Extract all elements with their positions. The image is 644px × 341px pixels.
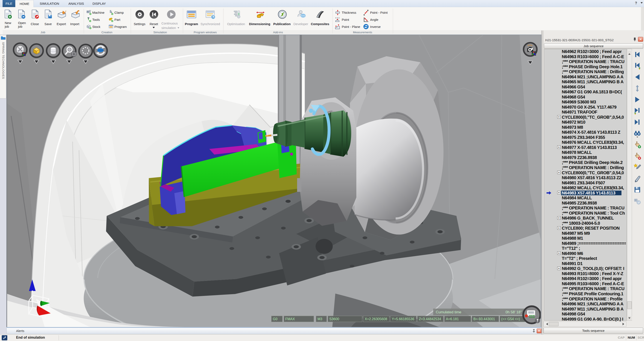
svg-text:0h 58' 18": 0h 58' 18" bbox=[506, 310, 522, 314]
svg-text:S3600: S3600 bbox=[329, 317, 339, 321]
svg-text:(=> G54 <=): (=> G54 <=) bbox=[501, 317, 520, 321]
svg-text:Cumulated time: Cumulated time bbox=[436, 310, 461, 314]
svg-text:Z=3.44842534: Z=3.44842534 bbox=[419, 317, 441, 321]
svg-text:X=2.26305608: X=2.26305608 bbox=[365, 317, 387, 321]
svg-text:G0: G0 bbox=[273, 317, 277, 321]
svg-text:M3: M3 bbox=[318, 317, 322, 321]
svg-text:ACNU: ACNU bbox=[301, 15, 305, 16]
svg-text:A=6.181: A=6.181 bbox=[446, 317, 459, 321]
svg-text:B=-93.443001: B=-93.443001 bbox=[473, 317, 495, 321]
svg-text:Y=5.66185536: Y=5.66185536 bbox=[392, 317, 414, 321]
svg-text:X Y Z: X Y Z bbox=[335, 17, 340, 19]
svg-text:FMAX: FMAX bbox=[285, 317, 295, 321]
